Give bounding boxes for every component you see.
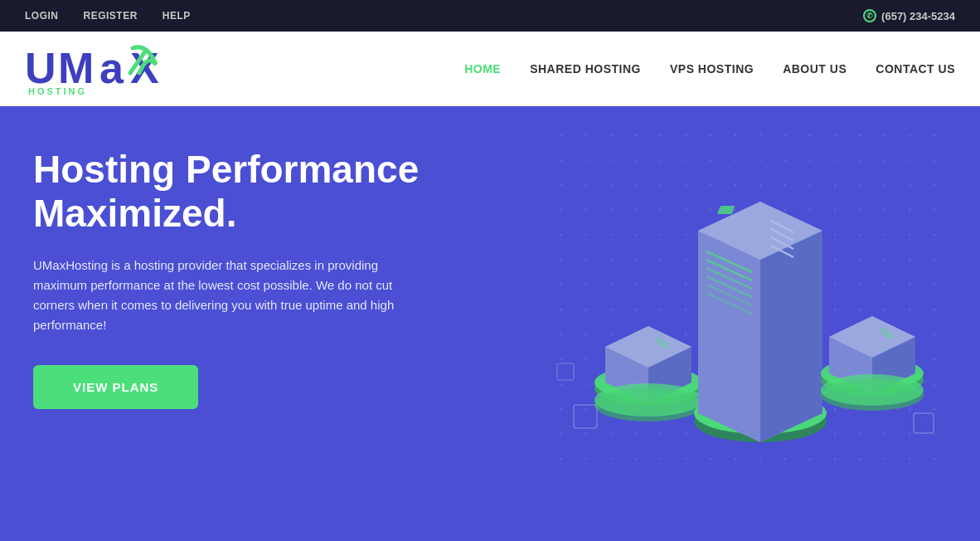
svg-text:a: a: [99, 44, 124, 90]
top-bar-left: LOGIN REGISTER HELP: [25, 10, 191, 22]
server-svg: [549, 123, 947, 471]
nav-vps-hosting[interactable]: VPS HOSTING: [670, 62, 754, 76]
view-plans-button[interactable]: VIEW PLANS: [33, 365, 198, 409]
svg-text:U: U: [25, 44, 56, 90]
phone-text: (657) 234-5234: [881, 10, 955, 22]
nav-contact-us[interactable]: CONTACT US: [876, 62, 955, 76]
logo-brand: U M a X: [25, 41, 191, 90]
svg-point-14: [594, 383, 702, 417]
hero-description: UMaxHosting is a hosting provider that s…: [33, 256, 431, 335]
nav-home[interactable]: HOME: [464, 62, 501, 76]
help-link[interactable]: HELP: [163, 10, 191, 22]
login-link[interactable]: LOGIN: [25, 10, 59, 22]
logo-svg: U M a X: [25, 41, 191, 90]
svg-rect-30: [717, 206, 735, 214]
logo-subtitle: HOSTING: [25, 86, 87, 96]
phone-number: ✆ (657) 234-5234: [863, 9, 955, 22]
logo[interactable]: U M a X HOSTING: [25, 41, 191, 96]
server-illustration: [549, 123, 947, 488]
main-nav: U M a X HOSTING HOME SHARED HOSTING VPS …: [0, 32, 980, 106]
nav-shared-hosting[interactable]: SHARED HOSTING: [530, 62, 641, 76]
svg-point-39: [821, 374, 924, 406]
phone-icon: ✆: [863, 9, 876, 22]
hero-title: Hosting Performance Maximized.: [33, 148, 489, 236]
nav-about-us[interactable]: ABOUT US: [783, 62, 847, 76]
nav-links: HOME SHARED HOSTING VPS HOSTING ABOUT US…: [464, 62, 955, 76]
hero-section: Hosting Performance Maximized. UMaxHosti…: [0, 106, 980, 541]
register-link[interactable]: REGISTER: [84, 10, 138, 22]
top-bar: LOGIN REGISTER HELP ✆ (657) 234-5234: [0, 0, 980, 32]
hero-content: Hosting Performance Maximized. UMaxHosti…: [33, 148, 489, 409]
svg-text:M: M: [58, 44, 94, 90]
